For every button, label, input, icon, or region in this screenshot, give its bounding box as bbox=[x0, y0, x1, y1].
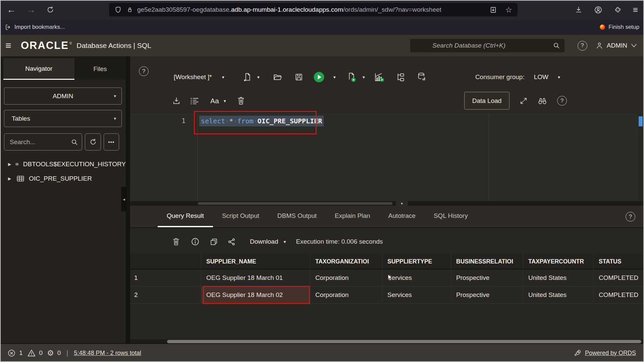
explain-plan-button[interactable] bbox=[374, 72, 384, 82]
processes-indicator[interactable]: ⚙ 0 bbox=[47, 349, 61, 357]
cell-taxpayer-country[interactable]: United States bbox=[523, 287, 594, 303]
clear-editor-button[interactable] bbox=[237, 96, 245, 105]
browser-reload-button[interactable] bbox=[46, 6, 54, 14]
tab-query-result[interactable]: Query Result bbox=[158, 206, 213, 227]
more-actions-button[interactable]: ••• bbox=[104, 133, 119, 150]
downloads-button[interactable] bbox=[575, 6, 583, 14]
run-statement-button[interactable] bbox=[313, 71, 325, 83]
navigator-sidebar: Navigator Files ADMIN ▾ Tables ▾ bbox=[0, 56, 126, 344]
cell-business-relation[interactable]: Prospective bbox=[451, 269, 523, 286]
scrollbar-handle[interactable] bbox=[167, 340, 641, 343]
font-size-chevron[interactable]: ▾ bbox=[224, 99, 226, 103]
warnings-indicator[interactable]: 0 bbox=[27, 349, 43, 357]
column-header[interactable]: STATUS bbox=[594, 254, 644, 269]
sql-editor[interactable]: 1 select·*·from·OIC_PRE_SUPPLIER bbox=[130, 114, 644, 201]
tab-autotrace[interactable]: Autotrace bbox=[379, 206, 425, 227]
column-header[interactable]: BUSINESSRELATIOI bbox=[451, 254, 523, 269]
object-type-select[interactable]: Tables ▾ bbox=[4, 110, 122, 127]
data-load-button[interactable]: Data Load bbox=[464, 92, 509, 110]
tab-sql-history[interactable]: SQL History bbox=[425, 206, 477, 227]
column-header[interactable]: TAXPAYERCOUNTR bbox=[523, 254, 594, 269]
copy-results-button[interactable] bbox=[210, 238, 218, 246]
browser-back-button[interactable]: ← bbox=[7, 5, 16, 15]
url-bar[interactable]: ge5e2aab3058597-oegdatabase.adb.ap-mumba… bbox=[109, 3, 518, 16]
schema-select[interactable]: ADMIN ▾ bbox=[4, 87, 122, 105]
open-file-button[interactable] bbox=[273, 73, 282, 81]
tab-navigator[interactable]: Navigator bbox=[3, 58, 74, 80]
app-menu-button[interactable]: ≡ bbox=[5, 35, 11, 56]
import-bookmarks-label: Import bookmarks... bbox=[14, 24, 65, 31]
worksheet-select-chevron[interactable]: ▾ bbox=[222, 75, 224, 79]
run-statement-chevron[interactable]: ▾ bbox=[333, 75, 336, 79]
sidebar-collapse-handle[interactable]: ◂ bbox=[121, 187, 127, 212]
save-button[interactable] bbox=[294, 73, 303, 81]
run-script-chevron[interactable]: ▾ bbox=[363, 75, 365, 79]
cell-taxpayer-country[interactable]: United States bbox=[523, 269, 594, 286]
cell-tax-organization[interactable]: Corporation bbox=[310, 287, 382, 303]
autotrace-button[interactable] bbox=[396, 72, 406, 82]
scrollbar-handle[interactable] bbox=[639, 116, 643, 126]
expand-arrow-icon[interactable]: ▶ bbox=[8, 176, 12, 181]
sql-history-button[interactable] bbox=[417, 72, 427, 82]
cell-business-relation[interactable]: Prospective bbox=[451, 287, 523, 303]
tab-script-output[interactable]: Script Output bbox=[213, 206, 268, 227]
run-script-button[interactable] bbox=[347, 72, 357, 82]
result-info-button[interactable] bbox=[191, 237, 200, 246]
splitter-collapse-button[interactable]: ▾ bbox=[396, 201, 408, 206]
column-header[interactable]: SUPPLIERTYPE bbox=[382, 254, 451, 269]
cell-supplier-name[interactable]: OEG Supplier 18 March 02 bbox=[201, 287, 310, 303]
consumer-group-chevron[interactable]: ▾ bbox=[558, 75, 560, 79]
cell-status[interactable]: COMPLETED bbox=[594, 269, 644, 286]
errors-indicator[interactable]: 1 bbox=[7, 349, 23, 357]
worksheet-help-button[interactable]: ? bbox=[557, 96, 567, 106]
tab-files[interactable]: Files bbox=[74, 58, 126, 80]
share-results-button[interactable] bbox=[227, 238, 236, 246]
tab-dbms-output[interactable]: DBMS Output bbox=[268, 206, 326, 227]
browser-forward-button[interactable]: → bbox=[26, 5, 36, 15]
lock-icon[interactable] bbox=[126, 6, 133, 13]
cell-tax-organization[interactable]: Corporation bbox=[310, 269, 382, 286]
column-header[interactable]: TAXORGANIZATIOI bbox=[310, 254, 382, 269]
discard-results-button[interactable] bbox=[172, 237, 180, 246]
tree-item-dbtools-execution-history[interactable]: ▶ DBTOOLS$EXECUTION_HISTORY bbox=[0, 157, 126, 171]
import-bookmarks-button[interactable]: Import bookmarks... bbox=[5, 24, 65, 31]
maximize-button[interactable] bbox=[520, 97, 528, 105]
app-help-button[interactable]: ? bbox=[578, 41, 587, 51]
user-menu[interactable]: ADMIN bbox=[595, 42, 637, 50]
cell-supplier-type[interactable]: Services bbox=[382, 287, 451, 303]
editor-vertical-scrollbar[interactable] bbox=[638, 114, 643, 201]
find-button[interactable] bbox=[538, 97, 547, 105]
refresh-button[interactable] bbox=[85, 133, 101, 150]
tree-item-oic-pre-supplier[interactable]: ▶ OIC_PRE_SUPPLIER bbox=[0, 171, 126, 186]
results-help-button[interactable]: ? bbox=[626, 212, 635, 222]
account-button[interactable] bbox=[594, 6, 602, 14]
sql-statement[interactable]: select·*·from·OIC_PRE_SUPPLIER bbox=[199, 116, 324, 126]
bookmark-star-button[interactable]: ☆ bbox=[505, 6, 512, 14]
consumer-group-value[interactable]: LOW bbox=[534, 73, 548, 81]
shield-icon[interactable] bbox=[114, 6, 122, 13]
cell-supplier-name[interactable]: OEG Supplier 18 March 01 bbox=[201, 269, 310, 286]
extensions-button[interactable] bbox=[614, 6, 622, 14]
cell-status[interactable]: COMPLETED bbox=[594, 287, 644, 303]
column-header[interactable]: SUPPLIER_NAME bbox=[201, 254, 310, 269]
new-worksheet-button[interactable] bbox=[243, 72, 252, 82]
download-results-button[interactable]: Download bbox=[250, 238, 278, 245]
save-to-pocket-button[interactable] bbox=[489, 6, 497, 14]
last-result-link[interactable]: 5:48:48 PM - 2 rows total bbox=[74, 350, 141, 357]
editor-splitter[interactable]: ▾ bbox=[130, 201, 644, 206]
font-size-button[interactable]: Aa bbox=[210, 97, 219, 105]
download-results-chevron[interactable]: ▾ bbox=[284, 239, 286, 244]
powered-by-ords-link[interactable]: Powered by ORDS bbox=[585, 350, 636, 357]
tab-explain-plan[interactable]: Explain Plan bbox=[326, 206, 379, 227]
horizontal-scroll-handle[interactable] bbox=[198, 202, 392, 205]
worksheet-tab-label[interactable]: [Worksheet ]* bbox=[174, 73, 212, 81]
finish-setup-button[interactable]: Finish setup bbox=[599, 24, 639, 31]
browser-menu-button[interactable]: ≡ bbox=[633, 5, 638, 15]
new-worksheet-chevron[interactable]: ▾ bbox=[257, 75, 260, 79]
expand-arrow-icon[interactable]: ▶ bbox=[8, 162, 11, 167]
table-row[interactable]: 2 OEG Supplier 18 March 02 Corporation S… bbox=[130, 287, 644, 304]
format-button[interactable] bbox=[190, 97, 200, 105]
navigator-help-button[interactable]: ? bbox=[139, 66, 149, 76]
download-editor-button[interactable] bbox=[172, 97, 181, 105]
database-search-input[interactable] bbox=[410, 39, 565, 52]
